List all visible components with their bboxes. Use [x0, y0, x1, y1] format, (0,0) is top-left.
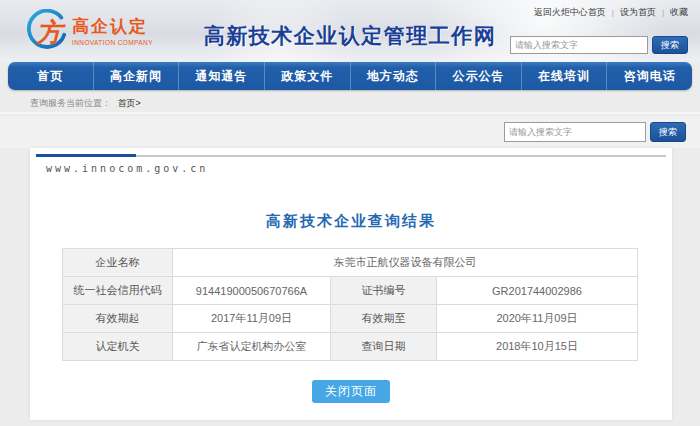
value-query-date: 2018年10月15日 — [437, 333, 638, 361]
nav-item-local-news[interactable]: 地方动态 — [351, 62, 437, 90]
nav-item-news[interactable]: 高企新闻 — [94, 62, 180, 90]
value-valid-from: 2017年11月09日 — [173, 305, 331, 333]
link-favorite[interactable]: 收藏 — [670, 6, 688, 19]
content-search-button[interactable]: 搜索 — [650, 122, 686, 142]
page-header: 方 高企认定 INNOVATION COMPANY 高新技术企业认定管理工作网 … — [0, 0, 700, 62]
label-company-name: 企业名称 — [63, 249, 173, 277]
label-certificate-number: 证书编号 — [331, 277, 437, 305]
table-row-company-name: 企业名称 东莞市正航仪器设备有限公司 — [63, 249, 638, 277]
header-search-button[interactable]: 搜索 — [652, 36, 688, 54]
value-valid-until: 2020年11月09日 — [437, 305, 638, 333]
label-valid-until: 有效期至 — [331, 305, 437, 333]
nav-item-policy-files[interactable]: 政策文件 — [265, 62, 351, 90]
nav-item-online-training[interactable]: 在线培训 — [522, 62, 608, 90]
table-row-authority-query-date: 认定机关 广东省认定机构办公室 查询日期 2018年10月15日 — [63, 333, 638, 361]
content-panel: www.innocom.gov.cn 高新技术企业查询结果 企业名称 东莞市正航… — [30, 148, 672, 420]
breadcrumb: 查询服务当前位置： 首页> — [0, 90, 700, 114]
top-links: 返回火炬中心首页 | 设为首页 | 收藏 — [534, 6, 688, 19]
content-search: 搜索 — [504, 122, 686, 142]
link-torch-center-home[interactable]: 返回火炬中心首页 — [534, 6, 606, 19]
value-credit-code: 91441900050670766A — [173, 277, 331, 305]
value-certificate-number: GR201744002986 — [437, 277, 638, 305]
link-set-homepage[interactable]: 设为首页 — [620, 6, 656, 19]
value-company-name: 东莞市正航仪器设备有限公司 — [173, 249, 638, 277]
close-button-container: 关闭页面 — [30, 380, 672, 403]
label-valid-from: 有效期起 — [63, 305, 173, 333]
nav-item-home[interactable]: 首页 — [8, 62, 94, 90]
nav-item-announcements[interactable]: 公示公告 — [436, 62, 522, 90]
label-certifying-authority: 认定机关 — [63, 333, 173, 361]
result-table: 企业名称 东莞市正航仪器设备有限公司 统一社会信用代码 914419000506… — [62, 248, 638, 361]
nav-item-contact-phone[interactable]: 咨询电话 — [607, 62, 692, 90]
label-query-date: 查询日期 — [331, 333, 437, 361]
panel-top-divider — [36, 154, 666, 157]
close-page-button[interactable]: 关闭页面 — [312, 380, 390, 403]
breadcrumb-prefix: 查询服务当前位置： — [30, 98, 111, 108]
table-row-validity: 有效期起 2017年11月09日 有效期至 2020年11月09日 — [63, 305, 638, 333]
header-search-input[interactable] — [510, 36, 648, 54]
table-row-credit-code-cert: 统一社会信用代码 91441900050670766A 证书编号 GR20174… — [63, 277, 638, 305]
search-strip: 搜索 — [0, 116, 700, 148]
link-separator: | — [612, 8, 614, 17]
value-certifying-authority: 广东省认定机构办公室 — [173, 333, 331, 361]
nav-item-notices[interactable]: 通知通告 — [179, 62, 265, 90]
breadcrumb-current-home[interactable]: 首页> — [118, 98, 141, 108]
site-domain: www.innocom.gov.cn — [46, 163, 208, 174]
link-separator: | — [662, 8, 664, 17]
content-search-input[interactable] — [504, 122, 646, 142]
header-search: 搜索 — [510, 36, 688, 54]
main-navigation: 首页 高企新闻 通知通告 政策文件 地方动态 公示公告 在线培训 咨询电话 — [8, 62, 692, 90]
label-credit-code: 统一社会信用代码 — [63, 277, 173, 305]
result-title: 高新技术企业查询结果 — [30, 212, 672, 231]
